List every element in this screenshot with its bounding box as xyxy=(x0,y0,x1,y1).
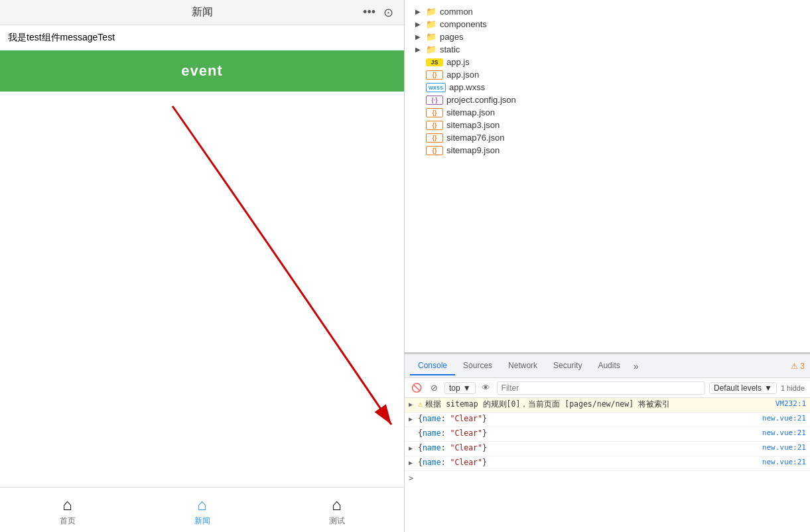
record-icon[interactable]: ⊙ xyxy=(383,5,393,20)
tab-audits[interactable]: Audits xyxy=(590,357,628,375)
log-row: ▶{name: "Clear"}new.vue:21 xyxy=(405,413,810,427)
phone-content: 我是test组件messageTest event xyxy=(0,25,404,487)
file-badge-json: {} xyxy=(426,70,443,80)
file-name: sitemap3.json xyxy=(446,120,500,130)
eye-icon-button[interactable]: 👁 xyxy=(480,381,493,395)
context-dropdown-icon: ▼ xyxy=(463,383,471,393)
tab-network[interactable]: Network xyxy=(500,357,545,375)
warn-triangle-icon: ⚠ xyxy=(791,362,798,371)
filter-input[interactable] xyxy=(497,381,705,395)
event-button[interactable]: event xyxy=(0,50,404,92)
level-label: Default levels xyxy=(714,383,762,393)
chevron-icon: ▶ xyxy=(415,8,425,15)
file-name: app.wxss xyxy=(449,82,485,92)
nav-item-home[interactable]: ⌂ 首页 xyxy=(46,493,89,529)
phone-title: 新闻 xyxy=(192,5,213,19)
right-panel: ▶📁common▶📁components▶📁pages▶📁staticJSapp… xyxy=(405,0,810,532)
folder-name: pages xyxy=(440,32,463,42)
folder-icon: 📁 xyxy=(426,19,437,29)
folder-name: components xyxy=(440,19,487,29)
console-prompt[interactable]: > xyxy=(405,471,810,486)
folder-name: static xyxy=(440,44,460,54)
tab-sources[interactable]: Sources xyxy=(455,357,500,375)
log-source[interactable]: new.vue:21 xyxy=(762,458,806,466)
devtools-toolbar: 🚫 ⊘ top ▼ 👁 Default levels ▼ 1 hidde xyxy=(405,378,810,398)
phone-bottom-nav: ⌂ 首页 ⌂ 新闻 ⌂ 测试 xyxy=(0,487,404,532)
log-source[interactable]: new.vue:21 xyxy=(762,429,806,437)
folder-icon: 📁 xyxy=(426,44,437,54)
tree-item[interactable]: JSapp.js xyxy=(405,56,810,68)
log-expand-icon[interactable]: ▶ xyxy=(409,414,418,423)
tree-item[interactable]: ▶📁static xyxy=(405,43,810,56)
clear-console-button[interactable]: 🚫 xyxy=(410,381,423,395)
log-source[interactable]: new.vue:21 xyxy=(762,414,806,423)
home-icon: ⌂ xyxy=(62,496,72,514)
file-name: sitemap.json xyxy=(446,107,495,117)
warn-count: 3 xyxy=(800,362,805,371)
context-value: top xyxy=(449,383,460,393)
log-text: {name: "Clear"} xyxy=(418,414,757,423)
more-icon[interactable]: ••• xyxy=(363,5,375,19)
file-badge-json: {} xyxy=(426,133,443,143)
warn-badge: ⚠ 3 xyxy=(791,362,805,371)
phone-simulator: 新闻 ••• ⊙ 我是test组件messageTest event ⌂ 首页 … xyxy=(0,0,405,532)
chevron-icon: ▶ xyxy=(415,46,425,53)
tree-item[interactable]: ▶📁components xyxy=(405,18,810,31)
phone-topbar-icons: ••• ⊙ xyxy=(363,5,393,20)
log-source[interactable]: VM232:1 xyxy=(776,399,806,408)
tree-item[interactable]: {·}project.config.json xyxy=(405,94,810,106)
filter-toggle-button[interactable]: ⊘ xyxy=(427,381,440,395)
tree-item[interactable]: ▶📁pages xyxy=(405,31,810,43)
nav-label-test: 测试 xyxy=(329,515,345,527)
file-tree[interactable]: ▶📁common▶📁components▶📁pages▶📁staticJSapp… xyxy=(405,0,810,353)
nav-item-test[interactable]: ⌂ 测试 xyxy=(316,493,358,529)
devtools: Console Sources Network Security Audits … xyxy=(405,353,810,532)
tree-item[interactable]: {}sitemap9.json xyxy=(405,144,810,157)
tree-item[interactable]: ▶📁common xyxy=(405,5,810,18)
context-selector[interactable]: top ▼ xyxy=(444,382,476,394)
nav-item-news[interactable]: ⌂ 新闻 xyxy=(181,493,224,529)
news-icon: ⌂ xyxy=(197,496,207,514)
more-tabs-button[interactable]: » xyxy=(628,358,644,374)
file-badge-json: {} xyxy=(426,108,443,117)
console-logs: ▶⚠根据 sitemap 的规则[0]，当前页面 [pages/new/new]… xyxy=(405,398,810,532)
log-expand-icon[interactable]: ▶ xyxy=(409,399,418,408)
file-badge-json: {} xyxy=(426,121,443,130)
folder-name: common xyxy=(440,7,473,17)
tree-item[interactable]: {}sitemap76.json xyxy=(405,131,810,144)
log-source[interactable]: new.vue:21 xyxy=(762,443,806,452)
file-badge-js: JS xyxy=(426,58,443,66)
level-dropdown-icon: ▼ xyxy=(764,383,772,393)
nav-label-news: 新闻 xyxy=(194,515,210,527)
nav-label-home: 首页 xyxy=(60,515,76,527)
folder-icon: 📁 xyxy=(426,7,437,17)
tree-item[interactable]: {}sitemap3.json xyxy=(405,119,810,131)
file-badge-wxss: wxss xyxy=(426,83,446,92)
file-name: app.js xyxy=(446,57,470,67)
tab-console[interactable]: Console xyxy=(410,357,455,375)
warn-icon: ⚠ xyxy=(418,399,423,409)
log-expand-icon[interactable]: ▶ xyxy=(409,458,418,466)
level-select[interactable]: Default levels ▼ xyxy=(709,382,777,394)
log-text: {name: "Clear"} xyxy=(418,458,757,467)
chevron-icon: ▶ xyxy=(415,21,425,28)
tree-item[interactable]: wxssapp.wxss xyxy=(405,81,810,94)
phone-body xyxy=(0,92,404,487)
message-text: 我是test组件messageTest xyxy=(0,25,404,50)
log-row: {name: "Clear"}new.vue:21 xyxy=(405,427,810,442)
file-name: sitemap76.json xyxy=(446,133,504,143)
log-expand-icon[interactable]: ▶ xyxy=(409,443,418,452)
log-text: {name: "Clear"} xyxy=(418,429,757,438)
log-text: {name: "Clear"} xyxy=(418,443,757,452)
chevron-icon: ▶ xyxy=(415,33,425,40)
file-name: app.json xyxy=(446,70,479,80)
file-name: project.config.json xyxy=(446,95,516,105)
tree-item[interactable]: {}app.json xyxy=(405,68,810,81)
log-row: ▶{name: "Clear"}new.vue:21 xyxy=(405,456,810,471)
tree-item[interactable]: {}sitemap.json xyxy=(405,106,810,119)
log-row: ▶⚠根据 sitemap 的规则[0]，当前页面 [pages/new/new]… xyxy=(405,398,810,413)
file-name: sitemap9.json xyxy=(446,145,500,155)
folder-icon: 📁 xyxy=(426,32,437,42)
tab-security[interactable]: Security xyxy=(545,357,590,375)
file-badge-config: {·} xyxy=(426,96,443,105)
